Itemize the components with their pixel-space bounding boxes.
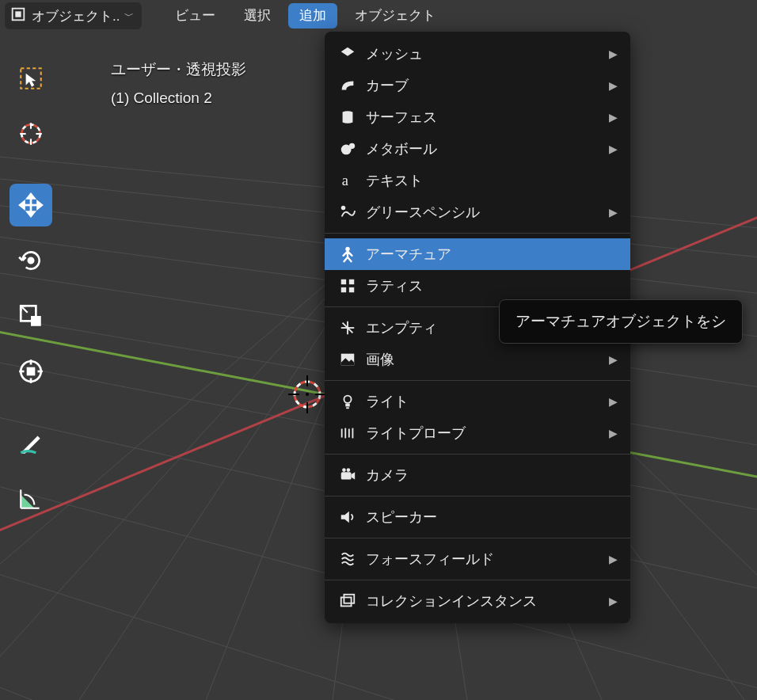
viewport-overlay-text: ユーザー・透視投影 (1) Collection 2 xyxy=(111,55,246,112)
menu-item-label: フォースフィールド xyxy=(359,550,609,569)
surface-icon xyxy=(336,108,359,126)
submenu-arrow-icon: ▶ xyxy=(609,395,618,408)
svg-line-1 xyxy=(0,238,380,700)
menu-item-label: メッシュ xyxy=(359,44,609,63)
tool-scale[interactable] xyxy=(10,295,52,337)
svg-point-50 xyxy=(349,143,355,149)
svg-point-28 xyxy=(306,393,309,396)
submenu-arrow-icon: ▶ xyxy=(609,79,618,92)
menu-item-label: ライト xyxy=(359,392,609,411)
menu-item-mesh[interactable]: メッシュ▶ xyxy=(325,38,630,70)
tool-move[interactable] xyxy=(10,184,52,226)
menu-item-label: サーフェス xyxy=(359,108,609,127)
menu-item-label: テキスト xyxy=(359,171,618,190)
svg-point-66 xyxy=(347,468,351,472)
forcefield-icon xyxy=(336,550,359,568)
menu-item-label: コレクションインスタンス xyxy=(359,592,609,611)
overlay-line-2: (1) Collection 2 xyxy=(111,84,246,112)
svg-point-65 xyxy=(342,468,346,472)
svg-rect-30 xyxy=(15,11,21,17)
menu-item-lattice[interactable]: ラティス xyxy=(325,270,630,302)
submenu-arrow-icon: ▶ xyxy=(609,48,618,60)
menu-item-collection[interactable]: コレクションインスタンス▶ xyxy=(325,585,630,617)
menu-separator xyxy=(325,538,630,538)
gpencil-icon xyxy=(336,204,359,221)
svg-point-62 xyxy=(344,396,351,403)
menu-item-label: グリースペンシル xyxy=(359,203,609,222)
toolbar xyxy=(10,57,52,519)
curve-icon xyxy=(336,77,359,94)
menu-item-gpencil[interactable]: グリースペンシル▶ xyxy=(325,196,630,228)
svg-rect-68 xyxy=(344,595,354,603)
svg-rect-56 xyxy=(341,287,346,292)
menu-item-curve[interactable]: カーブ▶ xyxy=(325,70,630,101)
tooltip: アーマチュアオブジェクトをシ xyxy=(499,299,743,344)
svg-rect-54 xyxy=(341,280,346,284)
tool-measure[interactable] xyxy=(10,477,52,519)
svg-line-0 xyxy=(0,238,380,700)
svg-rect-64 xyxy=(341,472,352,479)
mesh-icon xyxy=(336,45,359,63)
menu-add[interactable]: 追加 xyxy=(288,3,337,29)
svg-text:a: a xyxy=(342,173,348,188)
chevron-down-icon: ﹀ xyxy=(124,10,134,23)
lightprobe-icon xyxy=(336,424,359,442)
svg-point-52 xyxy=(341,206,346,211)
menu-view[interactable]: ビュー xyxy=(164,3,226,29)
svg-point-40 xyxy=(29,258,33,263)
tool-rotate[interactable] xyxy=(10,239,52,282)
svg-rect-67 xyxy=(341,597,352,606)
menu-item-label: 画像 xyxy=(359,350,609,369)
tool-select-box[interactable] xyxy=(10,57,52,100)
menu-item-surface[interactable]: サーフェス▶ xyxy=(325,101,630,133)
menu-item-forcefield[interactable]: フォースフィールド▶ xyxy=(325,543,630,575)
menu-select[interactable]: 選択 xyxy=(233,3,282,29)
menu-separator xyxy=(325,380,630,381)
menu-item-label: メタボール xyxy=(359,139,609,158)
menu-item-speaker[interactable]: スピーカー xyxy=(325,501,630,533)
menu-item-text[interactable]: aテキスト xyxy=(325,165,630,196)
speaker-icon xyxy=(336,508,359,526)
menu-item-lightprobe[interactable]: ライトプローブ▶ xyxy=(325,417,630,449)
svg-rect-55 xyxy=(349,280,354,284)
mode-selector[interactable]: オブジェクト.. ﹀ xyxy=(5,2,142,29)
object-mode-icon xyxy=(10,6,27,27)
menu-separator xyxy=(325,580,630,580)
submenu-arrow-icon: ▶ xyxy=(609,111,618,124)
viewport-header: オブジェクト.. ﹀ ビュー 選択 追加 オブジェクト xyxy=(0,0,757,32)
menu-item-metaball[interactable]: メタボール▶ xyxy=(325,133,630,165)
menu-item-label: カーブ xyxy=(359,76,609,95)
tool-annotate[interactable] xyxy=(10,421,52,464)
menu-separator xyxy=(325,454,630,455)
submenu-arrow-icon: ▶ xyxy=(609,143,618,155)
menu-item-label: ラティス xyxy=(359,276,618,295)
menu-item-camera[interactable]: カメラ xyxy=(325,459,630,491)
menu-item-image[interactable]: 画像▶ xyxy=(325,344,630,375)
collection-icon xyxy=(336,592,359,610)
submenu-arrow-icon: ▶ xyxy=(609,553,618,565)
3d-cursor xyxy=(287,374,328,419)
submenu-arrow-icon: ▶ xyxy=(609,427,618,439)
light-icon xyxy=(336,393,359,410)
armature-icon xyxy=(336,245,359,263)
menu-item-label: ライトプローブ xyxy=(359,424,609,443)
image-icon xyxy=(336,351,359,368)
mode-label: オブジェクト.. xyxy=(32,7,120,25)
submenu-arrow-icon: ▶ xyxy=(609,595,618,607)
submenu-arrow-icon: ▶ xyxy=(609,353,618,366)
menu-item-label: カメラ xyxy=(359,466,618,485)
menu-object[interactable]: オブジェクト xyxy=(344,3,447,29)
text-icon: a xyxy=(336,172,359,189)
overlay-line-1: ユーザー・透視投影 xyxy=(111,55,246,84)
menu-separator xyxy=(325,233,630,234)
camera-icon xyxy=(336,466,359,484)
svg-rect-57 xyxy=(349,287,354,292)
tool-cursor[interactable] xyxy=(10,112,52,155)
menu-item-light[interactable]: ライト▶ xyxy=(325,386,630,417)
menu-item-label: スピーカー xyxy=(359,508,618,527)
menu-item-label: アーマチュア xyxy=(359,245,618,264)
metaball-icon xyxy=(336,140,359,158)
submenu-arrow-icon: ▶ xyxy=(609,206,618,219)
tool-transform[interactable] xyxy=(10,350,52,393)
menu-item-armature[interactable]: アーマチュア xyxy=(325,238,630,270)
